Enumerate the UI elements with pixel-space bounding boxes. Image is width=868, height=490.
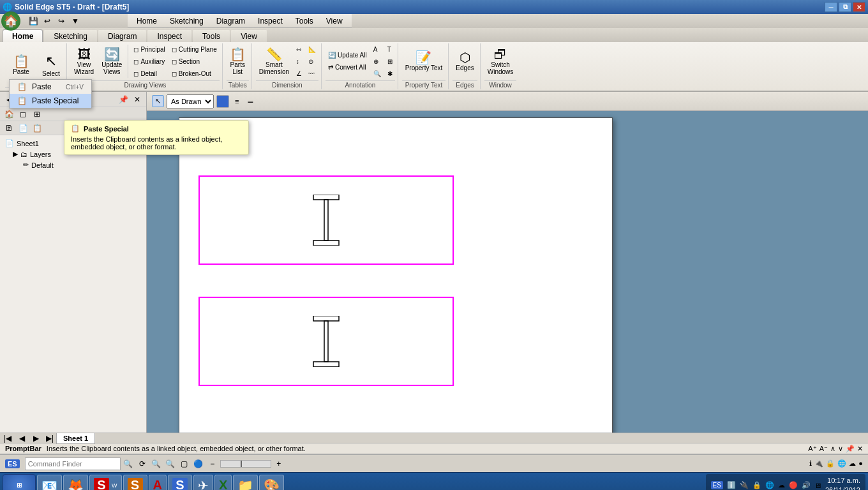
section-button[interactable]: ◻ Section [169,56,220,67]
text-increase[interactable]: A⁺ [808,445,816,453]
menu-inspect[interactable]: Inspect [251,14,289,28]
prompt-up[interactable]: ∧ [830,445,835,453]
scroll-right[interactable]: ▶ [29,432,42,445]
cmd-zoom-minus[interactable]: − [206,457,219,470]
cmd-search-icon[interactable]: 🔍 [122,457,135,470]
tray-icon-info[interactable]: ℹ️ [727,481,736,489]
scroll-right-end[interactable]: ▶| [43,432,56,445]
taskbar-solidedge3[interactable]: S [168,475,192,491]
tab-tools[interactable]: Tools [193,29,230,42]
annot-tool4[interactable]: T [385,43,395,55]
switch-windows-button[interactable]: 🗗 SwitchWindows [484,43,517,79]
tab-diagram[interactable]: Diagram [98,29,146,42]
parts-list-button[interactable]: 📋 PartsList [227,43,249,79]
text-decrease[interactable]: A⁻ [819,445,828,453]
edges-button[interactable]: ⬡ Edges [453,43,477,79]
detail-button[interactable]: ◻ Detail [131,68,167,79]
menu-view[interactable]: View [320,14,349,28]
broken-out-button[interactable]: ◻ Broken-Out [169,68,220,79]
minimize-button[interactable]: ─ [825,2,837,12]
annot-tool5[interactable]: ⊞ [385,56,395,67]
qat-dropdown[interactable]: ▼ [69,15,82,27]
cmd-zoom-out[interactable]: 🔍 [164,457,177,470]
ctx-paste-special[interactable]: 📋 Paste Special [10,94,91,108]
panel-icon4[interactable]: 🖹 [3,122,15,135]
smart-dimension-button[interactable]: 📏 SmartDimension [256,43,292,79]
dim-tool4[interactable]: 📐 [306,43,318,55]
cmd-tool3[interactable]: ▢ [178,457,191,470]
tab-inspect[interactable]: Inspect [147,29,191,42]
taskbar-excel[interactable]: X [214,475,232,491]
property-text-button[interactable]: 📝 Property Text [402,43,446,79]
line-style-tool[interactable]: ≡ [232,96,242,107]
restore-button[interactable]: ⧉ [839,2,851,12]
dim-tool2[interactable]: ↕ [294,56,304,67]
taskbar-firefox[interactable]: 🦊 [63,475,88,491]
taskbar-folder[interactable]: 📁 [233,475,258,491]
view-box-1[interactable] [198,175,454,265]
tab-sketching[interactable]: Sketching [44,29,97,42]
ctx-paste[interactable]: 📋 Paste Ctrl+V [10,80,91,94]
cmd-tool2[interactable]: 🔍 [150,457,163,470]
taskbar-mail[interactable]: 📧 [37,475,62,491]
dim-tool1[interactable]: ⇿ [294,43,304,55]
qat-redo[interactable]: ↪ [55,15,68,27]
auxiliary-button[interactable]: ◻ Auxiliary [131,56,167,67]
update-views-button[interactable]: 🔄 UpdateViews [98,43,125,79]
draw-mode-select[interactable]: As Drawn [167,94,214,108]
select-button[interactable]: ↖ Select [38,47,64,83]
cmd-zoom-plus[interactable]: + [273,457,285,470]
panel-icon2[interactable]: ◻ [17,108,29,121]
taskbar-airplane[interactable]: ✈ [193,475,213,491]
tab-home[interactable]: Home [3,29,43,42]
tree-default[interactable]: ✏ Default [3,160,144,170]
panel-close[interactable]: ✕ [131,93,144,106]
view-box-2[interactable] [198,297,454,386]
dim-tool6[interactable]: 〰 [306,68,318,79]
cursor-tool[interactable]: ↖ [152,95,164,107]
start-button[interactable]: ⊞ [3,474,36,491]
update-all-button[interactable]: 🔄 Update All [326,50,370,61]
annot-tool2[interactable]: ⊕ [371,56,384,67]
scroll-left[interactable]: ◀ [15,432,28,445]
command-finder-input[interactable] [25,457,121,470]
cmd-tool4[interactable]: 🔵 [192,457,205,470]
tray-icon-sound[interactable]: 🔊 [802,481,811,489]
color-tool[interactable] [216,95,229,108]
dim-tool5[interactable]: ⊙ [306,56,318,67]
menu-sketching[interactable]: Sketching [163,14,210,28]
line-width-tool[interactable]: ═ [244,96,256,107]
annot-tool1[interactable]: A [371,43,384,55]
view-wizard-button[interactable]: 🖼 ViewWizard [71,43,97,79]
menu-diagram[interactable]: Diagram [210,14,251,28]
app-button[interactable]: 🏠 [1,11,20,31]
drawing-canvas[interactable]: SolidEdge 855 855 [147,111,868,433]
convert-all-button[interactable]: ⇄ Convert All [326,62,370,73]
prompt-close[interactable]: ✕ [857,445,863,453]
annot-tool3[interactable]: 🔍 [371,68,384,79]
prompt-down[interactable]: ∨ [838,445,843,453]
cutting-plane-button[interactable]: ◻ Cutting Plane [169,43,220,55]
menu-tools[interactable]: Tools [289,14,320,28]
taskbar-paint[interactable]: 🎨 [259,475,284,491]
panel-icon5[interactable]: 📄 [17,122,29,135]
taskbar-solidworks[interactable]: S W [89,475,122,491]
taskbar-solidedge2[interactable]: S [123,475,147,491]
qat-undo[interactable]: ↩ [41,15,54,27]
panel-icon1[interactable]: 🏠 [3,108,15,121]
annot-tool6[interactable]: ✱ [385,68,395,79]
prompt-pin[interactable]: 📌 [846,445,855,453]
zoom-slider[interactable] [220,460,271,468]
panel-pin[interactable]: 📌 [117,93,130,106]
cmd-tool1[interactable]: ⟳ [136,457,149,470]
menu-home[interactable]: Home [130,14,163,28]
scroll-left-start[interactable]: |◀ [1,432,14,445]
paste-button[interactable]: 📋 Paste [5,47,37,83]
dim-tool3[interactable]: ∠ [294,68,304,79]
sheet-tab-1[interactable]: Sheet 1 [56,433,95,444]
panel-icon3[interactable]: ⊞ [31,108,43,121]
tab-view[interactable]: View [231,29,267,42]
taskbar-acrobat[interactable]: A [149,475,167,491]
qat-save[interactable]: 💾 [27,15,40,27]
principal-button[interactable]: ◻ Principal [131,43,167,55]
